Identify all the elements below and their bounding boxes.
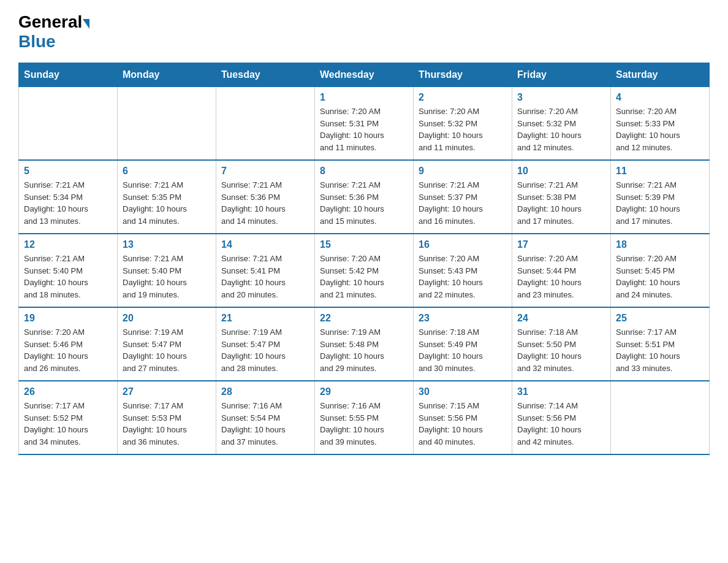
day-number: 7	[221, 166, 309, 177]
day-number: 24	[517, 313, 605, 324]
calendar-cell	[118, 87, 216, 161]
day-number: 20	[123, 313, 211, 324]
day-number: 17	[517, 239, 605, 250]
calendar-cell: 26Sunrise: 7:17 AMSunset: 5:52 PMDayligh…	[19, 381, 118, 454]
day-number: 2	[419, 92, 507, 103]
calendar-cell: 31Sunrise: 7:14 AMSunset: 5:56 PMDayligh…	[512, 381, 611, 454]
header-tuesday: Tuesday	[216, 63, 315, 87]
calendar-cell: 23Sunrise: 7:18 AMSunset: 5:49 PMDayligh…	[414, 307, 512, 381]
calendar-week-3: 12Sunrise: 7:21 AMSunset: 5:40 PMDayligh…	[19, 234, 710, 307]
calendar-cell	[611, 381, 710, 454]
calendar-cell: 2Sunrise: 7:20 AMSunset: 5:32 PMDaylight…	[414, 87, 512, 161]
calendar-cell: 24Sunrise: 7:18 AMSunset: 5:50 PMDayligh…	[512, 307, 611, 381]
calendar-cell	[19, 87, 118, 161]
day-info: Sunrise: 7:21 AMSunset: 5:35 PMDaylight:…	[123, 179, 211, 227]
day-info: Sunrise: 7:14 AMSunset: 5:56 PMDaylight:…	[517, 400, 605, 448]
header-wednesday: Wednesday	[315, 63, 414, 87]
calendar-week-1: 1Sunrise: 7:20 AMSunset: 5:31 PMDaylight…	[19, 87, 710, 161]
calendar-cell: 6Sunrise: 7:21 AMSunset: 5:35 PMDaylight…	[118, 160, 216, 234]
calendar-cell: 5Sunrise: 7:21 AMSunset: 5:34 PMDaylight…	[19, 160, 118, 234]
calendar-cell: 13Sunrise: 7:21 AMSunset: 5:40 PMDayligh…	[118, 234, 216, 307]
day-info: Sunrise: 7:21 AMSunset: 5:40 PMDaylight:…	[123, 253, 211, 301]
day-info: Sunrise: 7:20 AMSunset: 5:32 PMDaylight:…	[517, 105, 605, 153]
day-info: Sunrise: 7:20 AMSunset: 5:44 PMDaylight:…	[517, 253, 605, 301]
calendar-cell: 3Sunrise: 7:20 AMSunset: 5:32 PMDaylight…	[512, 87, 611, 161]
day-number: 14	[221, 239, 309, 250]
day-info: Sunrise: 7:21 AMSunset: 5:36 PMDaylight:…	[320, 179, 408, 227]
calendar-week-4: 19Sunrise: 7:20 AMSunset: 5:46 PMDayligh…	[19, 307, 710, 381]
calendar-cell: 29Sunrise: 7:16 AMSunset: 5:55 PMDayligh…	[315, 381, 414, 454]
logo-arrow-icon	[83, 19, 89, 29]
day-info: Sunrise: 7:21 AMSunset: 5:38 PMDaylight:…	[517, 179, 605, 227]
day-info: Sunrise: 7:20 AMSunset: 5:33 PMDaylight:…	[616, 105, 704, 153]
day-info: Sunrise: 7:15 AMSunset: 5:56 PMDaylight:…	[419, 400, 507, 448]
calendar-cell: 21Sunrise: 7:19 AMSunset: 5:47 PMDayligh…	[216, 307, 315, 381]
calendar-cell: 12Sunrise: 7:21 AMSunset: 5:40 PMDayligh…	[19, 234, 118, 307]
calendar-cell: 19Sunrise: 7:20 AMSunset: 5:46 PMDayligh…	[19, 307, 118, 381]
day-number: 4	[616, 92, 704, 103]
calendar-week-5: 26Sunrise: 7:17 AMSunset: 5:52 PMDayligh…	[19, 381, 710, 454]
day-number: 6	[123, 166, 211, 177]
day-number: 11	[616, 166, 704, 177]
day-number: 16	[419, 239, 507, 250]
page-header: General Blue	[18, 12, 710, 52]
calendar-cell: 7Sunrise: 7:21 AMSunset: 5:36 PMDaylight…	[216, 160, 315, 234]
day-info: Sunrise: 7:16 AMSunset: 5:55 PMDaylight:…	[320, 400, 408, 448]
day-number: 31	[517, 386, 605, 397]
calendar-header-row: SundayMondayTuesdayWednesdayThursdayFrid…	[19, 63, 710, 87]
calendar-cell: 10Sunrise: 7:21 AMSunset: 5:38 PMDayligh…	[512, 160, 611, 234]
day-info: Sunrise: 7:20 AMSunset: 5:46 PMDaylight:…	[24, 326, 112, 374]
day-info: Sunrise: 7:20 AMSunset: 5:32 PMDaylight:…	[419, 105, 507, 153]
header-saturday: Saturday	[611, 63, 710, 87]
header-thursday: Thursday	[414, 63, 512, 87]
day-info: Sunrise: 7:18 AMSunset: 5:49 PMDaylight:…	[419, 326, 507, 374]
day-number: 8	[320, 166, 408, 177]
day-number: 3	[517, 92, 605, 103]
day-info: Sunrise: 7:21 AMSunset: 5:37 PMDaylight:…	[419, 179, 507, 227]
calendar-cell: 14Sunrise: 7:21 AMSunset: 5:41 PMDayligh…	[216, 234, 315, 307]
calendar-cell: 15Sunrise: 7:20 AMSunset: 5:42 PMDayligh…	[315, 234, 414, 307]
day-info: Sunrise: 7:21 AMSunset: 5:40 PMDaylight:…	[24, 253, 112, 301]
day-info: Sunrise: 7:18 AMSunset: 5:50 PMDaylight:…	[517, 326, 605, 374]
day-number: 21	[221, 313, 309, 324]
day-number: 19	[24, 313, 112, 324]
calendar-cell: 17Sunrise: 7:20 AMSunset: 5:44 PMDayligh…	[512, 234, 611, 307]
header-sunday: Sunday	[19, 63, 118, 87]
day-number: 29	[320, 386, 408, 397]
day-info: Sunrise: 7:20 AMSunset: 5:42 PMDaylight:…	[320, 253, 408, 301]
header-monday: Monday	[118, 63, 216, 87]
day-info: Sunrise: 7:19 AMSunset: 5:48 PMDaylight:…	[320, 326, 408, 374]
day-number: 13	[123, 239, 211, 250]
day-number: 9	[419, 166, 507, 177]
calendar-table: SundayMondayTuesdayWednesdayThursdayFrid…	[18, 63, 710, 455]
calendar-cell: 16Sunrise: 7:20 AMSunset: 5:43 PMDayligh…	[414, 234, 512, 307]
calendar-cell: 1Sunrise: 7:20 AMSunset: 5:31 PMDaylight…	[315, 87, 414, 161]
day-number: 1	[320, 92, 408, 103]
day-number: 15	[320, 239, 408, 250]
day-number: 28	[221, 386, 309, 397]
day-info: Sunrise: 7:21 AMSunset: 5:36 PMDaylight:…	[221, 179, 309, 227]
day-number: 27	[123, 386, 211, 397]
day-info: Sunrise: 7:20 AMSunset: 5:45 PMDaylight:…	[616, 253, 704, 301]
day-number: 26	[24, 386, 112, 397]
day-number: 25	[616, 313, 704, 324]
day-info: Sunrise: 7:20 AMSunset: 5:43 PMDaylight:…	[419, 253, 507, 301]
calendar-cell: 20Sunrise: 7:19 AMSunset: 5:47 PMDayligh…	[118, 307, 216, 381]
day-info: Sunrise: 7:17 AMSunset: 5:53 PMDaylight:…	[123, 400, 211, 448]
day-info: Sunrise: 7:20 AMSunset: 5:31 PMDaylight:…	[320, 105, 408, 153]
day-number: 23	[419, 313, 507, 324]
calendar-cell: 8Sunrise: 7:21 AMSunset: 5:36 PMDaylight…	[315, 160, 414, 234]
logo-line1: General	[18, 12, 90, 32]
header-friday: Friday	[512, 63, 611, 87]
day-number: 30	[419, 386, 507, 397]
day-number: 22	[320, 313, 408, 324]
calendar-cell: 18Sunrise: 7:20 AMSunset: 5:45 PMDayligh…	[611, 234, 710, 307]
day-info: Sunrise: 7:19 AMSunset: 5:47 PMDaylight:…	[221, 326, 309, 374]
calendar-cell: 25Sunrise: 7:17 AMSunset: 5:51 PMDayligh…	[611, 307, 710, 381]
logo: General Blue	[18, 12, 90, 52]
calendar-week-2: 5Sunrise: 7:21 AMSunset: 5:34 PMDaylight…	[19, 160, 710, 234]
calendar-cell: 28Sunrise: 7:16 AMSunset: 5:54 PMDayligh…	[216, 381, 315, 454]
calendar-cell	[216, 87, 315, 161]
day-info: Sunrise: 7:21 AMSunset: 5:41 PMDaylight:…	[221, 253, 309, 301]
day-info: Sunrise: 7:21 AMSunset: 5:34 PMDaylight:…	[24, 179, 112, 227]
